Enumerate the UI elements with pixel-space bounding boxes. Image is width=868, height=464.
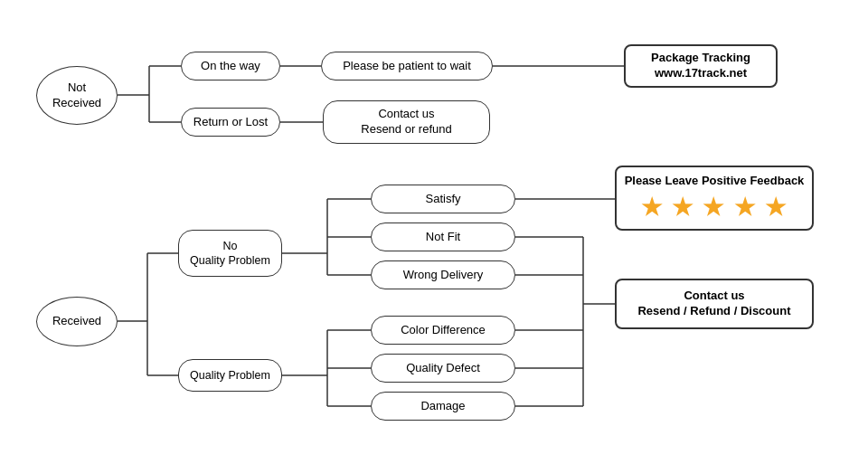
received-node: Received [36,297,118,346]
quality-problem-node: Quality Problem [178,359,282,392]
on-the-way-node: On the way [181,52,280,80]
wrong-delivery-node: Wrong Delivery [371,260,515,289]
not-received-node: Not Received [36,66,118,125]
quality-defect-node: Quality Defect [371,354,515,383]
contact-us-2-node: Contact us Resend / Refund / Discount [615,279,814,329]
package-tracking-node: Package Tracking www.17track.net [624,44,778,88]
not-fit-node: Not Fit [371,223,515,251]
feedback-stars: ★ ★ ★ ★ ★ [641,193,788,223]
please-leave-feedback-node: Please Leave Positive Feedback ★ ★ ★ ★ ★ [615,166,814,231]
color-difference-node: Color Difference [371,316,515,345]
please-be-patient-node: Please be patient to wait [321,52,493,80]
contact-us-1-node: Contact us Resend or refund [323,100,490,144]
damage-node: Damage [371,392,515,421]
satisfy-node: Satisfy [371,185,515,213]
feedback-label: Please Leave Positive Feedback [625,174,805,189]
no-quality-problem-node: No Quality Problem [178,230,282,277]
return-or-lost-node: Return or Lost [181,108,280,137]
